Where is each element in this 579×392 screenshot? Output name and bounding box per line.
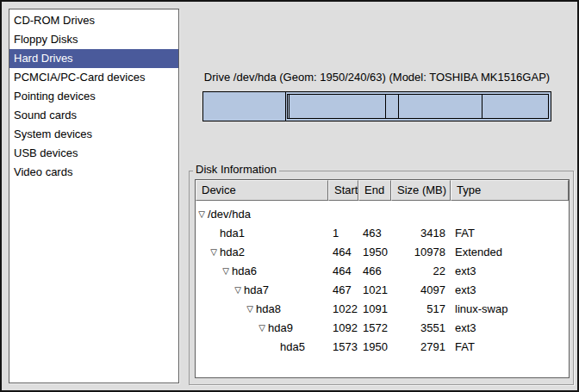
size-mb: 517	[391, 300, 451, 319]
partition-type: ext3	[451, 262, 569, 281]
drive-info-label: Drive /dev/hda (Geom: 1950/240/63) (Mode…	[202, 71, 551, 84]
tree-indent	[196, 262, 220, 281]
tree-expander-icon[interactable]: ▽	[220, 262, 232, 281]
disk-information-frame: Disk Information Device Start End Size (…	[189, 171, 574, 385]
tree-indent	[196, 338, 268, 357]
table-row[interactable]: ▽ hda8 1022 1091 517 linux-swap	[196, 300, 569, 319]
device-name: /dev/hda	[208, 205, 251, 224]
sidebar-item-pcmcia-pc-card-devices[interactable]: PCMCIA/PC-Card devices	[9, 68, 178, 87]
size-mb: 2791	[391, 338, 451, 357]
start-cylinder: 464	[328, 243, 358, 262]
sidebar-item-sound-cards[interactable]: Sound cards	[9, 106, 178, 125]
start-cylinder: 1	[328, 224, 358, 243]
table-row[interactable]: hda1 1 463 3418 FAT	[196, 224, 569, 243]
partition-type: Extended	[451, 243, 569, 262]
partition-segment-hda5	[482, 95, 548, 118]
end-cylinder: 1950	[358, 338, 391, 357]
size-mb: 3551	[391, 319, 451, 338]
partition-segment-hda2-extended	[286, 92, 551, 121]
partition-type: FAT	[451, 338, 569, 357]
start-cylinder: 1573	[328, 338, 358, 357]
tree-indent	[196, 224, 208, 243]
partition-segment-hda7	[290, 95, 386, 118]
size-mb: 4097	[391, 281, 451, 300]
tree-expander-icon[interactable]: ▽	[232, 281, 244, 300]
end-cylinder: 1950	[358, 243, 391, 262]
tree-indent	[196, 281, 232, 300]
end-cylinder	[358, 205, 391, 224]
sidebar-item-video-cards[interactable]: Video cards	[9, 163, 178, 182]
start-cylinder: 1022	[328, 300, 358, 319]
device-name: hda8	[256, 300, 281, 319]
column-header-size[interactable]: Size (MB)	[391, 180, 451, 201]
tree-expander-icon[interactable]: ▽	[208, 243, 220, 262]
partition-table-body: ▽ /dev/hda hda1 1 463 3418 FAT ▽ hda2 46…	[196, 201, 569, 357]
column-header-end[interactable]: End	[358, 180, 391, 201]
tree-indent	[196, 319, 256, 338]
partition-type: FAT	[451, 224, 569, 243]
device-name: hda1	[220, 224, 245, 243]
device-name: hda2	[220, 243, 245, 262]
end-cylinder: 1091	[358, 300, 391, 319]
size-mb: 22	[391, 262, 451, 281]
table-row[interactable]: ▽ hda7 467 1021 4097 ext3	[196, 281, 569, 300]
partition-type: ext3	[451, 319, 569, 338]
partition-segment-hda1	[203, 92, 286, 121]
device-name: hda6	[232, 262, 257, 281]
start-cylinder	[328, 205, 358, 224]
partition-segment-hda8	[386, 95, 399, 118]
device-name: hda5	[280, 338, 305, 357]
sidebar-item-cd-rom-drives[interactable]: CD-ROM Drives	[9, 11, 178, 30]
sidebar-item-hard-drives[interactable]: Hard Drives	[9, 49, 178, 68]
size-mb	[391, 205, 451, 224]
table-row[interactable]: ▽ hda6 464 466 22 ext3	[196, 262, 569, 281]
partition-segment-hda9	[399, 95, 482, 118]
start-cylinder: 464	[328, 262, 358, 281]
table-row[interactable]: hda5 1573 1950 2791 FAT	[196, 338, 569, 357]
partition-type	[451, 205, 569, 224]
sidebar-item-system-devices[interactable]: System devices	[9, 125, 178, 144]
table-row[interactable]: ▽ hda2 464 1950 10978 Extended	[196, 243, 569, 262]
column-header-type[interactable]: Type	[451, 180, 569, 201]
sidebar-item-usb-devices[interactable]: USB devices	[9, 144, 178, 163]
tree-indent	[196, 243, 208, 262]
partition-table-header: Device Start End Size (MB) Type	[196, 180, 569, 201]
frame-title: Disk Information	[193, 163, 279, 176]
partition-type: ext3	[451, 281, 569, 300]
tree-expander-icon[interactable]: ▽	[244, 300, 256, 319]
column-header-start[interactable]: Start	[328, 180, 358, 201]
partition-table: Device Start End Size (MB) Type ▽ /dev/h…	[195, 179, 570, 378]
tree-expander-icon[interactable]: ▽	[256, 319, 268, 338]
hardware-browser-window: CD-ROM DrivesFloppy DisksHard DrivesPCMC…	[0, 0, 579, 392]
device-category-list: CD-ROM DrivesFloppy DisksHard DrivesPCMC…	[9, 9, 179, 383]
device-name: hda9	[268, 319, 293, 338]
sidebar-item-floppy-disks[interactable]: Floppy Disks	[9, 30, 178, 49]
size-mb: 10978	[391, 243, 451, 262]
logical-partitions-container	[287, 94, 549, 119]
start-cylinder: 1092	[328, 319, 358, 338]
tree-indent	[196, 300, 244, 319]
tree-expander-icon[interactable]: ▽	[196, 205, 208, 224]
end-cylinder: 463	[358, 224, 391, 243]
disk-partition-bar	[202, 91, 551, 121]
device-name: hda7	[244, 281, 269, 300]
start-cylinder: 467	[328, 281, 358, 300]
size-mb: 3418	[391, 224, 451, 243]
end-cylinder: 1021	[358, 281, 391, 300]
sidebar-item-pointing-devices[interactable]: Pointing devices	[9, 87, 178, 106]
table-row[interactable]: ▽ /dev/hda	[196, 205, 569, 224]
end-cylinder: 466	[358, 262, 391, 281]
column-header-device[interactable]: Device	[196, 180, 328, 201]
end-cylinder: 1572	[358, 319, 391, 338]
table-row[interactable]: ▽ hda9 1092 1572 3551 ext3	[196, 319, 569, 338]
partition-type: linux-swap	[451, 300, 569, 319]
